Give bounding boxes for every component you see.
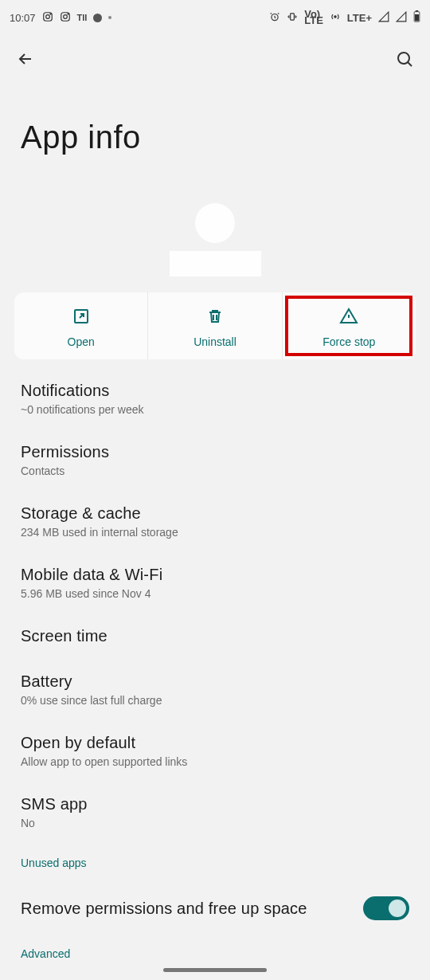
row-subtitle: 234 MB used in internal storage (21, 526, 409, 539)
app-bar (0, 35, 430, 80)
row-remove-permissions[interactable]: Remove permissions and free up space (21, 896, 409, 920)
row-subtitle: Contacts (21, 465, 409, 477)
row-battery[interactable]: Battery 0% use since last full charge (21, 672, 409, 707)
row-title: Notifications (21, 382, 409, 400)
row-title: SMS app (21, 795, 409, 813)
row-title: Mobile data & Wi-Fi (21, 566, 409, 584)
trash-icon (205, 307, 225, 329)
row-notifications[interactable]: Notifications ~0 notifications per week (21, 382, 409, 416)
page-header: App info (0, 80, 430, 203)
notification-more-icon (108, 16, 111, 19)
row-title: Open by default (21, 734, 409, 752)
toggle-switch[interactable] (363, 896, 409, 920)
row-title: Storage & cache (21, 504, 409, 523)
page-title: App info (21, 120, 409, 155)
row-subtitle: Allow app to open supported links (21, 755, 409, 768)
app-identity (0, 203, 430, 276)
section-unused-apps: Unused apps (21, 857, 409, 869)
row-permissions[interactable]: Permissions Contacts (21, 443, 409, 477)
row-title: Permissions (21, 443, 409, 461)
hotspot-icon (330, 11, 341, 25)
volte-indicator: Vo) LTE (304, 11, 323, 24)
vibrate-icon (287, 11, 298, 25)
svg-point-4 (63, 14, 67, 18)
app-icon (195, 203, 235, 243)
force-stop-button[interactable]: Force stop (282, 292, 416, 359)
status-left: 10:07 TII (10, 11, 111, 25)
signal-icon (378, 11, 389, 25)
row-open-by-default[interactable]: Open by default Allow app to open suppor… (21, 734, 409, 768)
lte-indicator: LTE+ (347, 12, 372, 24)
status-bar: 10:07 TII Vo) LTE LTE+ (0, 0, 430, 35)
search-icon (395, 49, 414, 69)
svg-point-12 (398, 53, 409, 64)
instagram-icon (42, 11, 53, 25)
back-button[interactable] (16, 49, 35, 72)
app-name-placeholder (170, 251, 261, 276)
settings-list: Notifications ~0 notifications per week … (0, 359, 430, 944)
row-storage[interactable]: Storage & cache 234 MB used in internal … (21, 504, 409, 539)
alarm-icon (269, 11, 280, 25)
uninstall-button[interactable]: Uninstall (147, 292, 281, 359)
svg-rect-10 (416, 10, 418, 12)
row-mobile-data[interactable]: Mobile data & Wi-Fi 5.96 MB used since N… (21, 566, 409, 600)
search-button[interactable] (395, 49, 414, 72)
open-button[interactable]: Open (14, 292, 147, 359)
open-label: Open (68, 335, 95, 348)
svg-rect-11 (415, 14, 419, 21)
battery-icon (413, 10, 420, 25)
svg-point-8 (334, 15, 336, 17)
app-abbrev: TII (77, 13, 88, 22)
row-subtitle: No (21, 817, 409, 829)
section-advanced: Advanced (21, 947, 409, 960)
row-screen-time[interactable]: Screen time (21, 627, 409, 645)
row-subtitle: 5.96 MB used since Nov 4 (21, 587, 409, 600)
status-time: 10:07 (10, 12, 36, 24)
row-subtitle: ~0 notifications per week (21, 403, 409, 416)
notification-dot-icon (93, 14, 102, 22)
toggle-thumb (389, 900, 406, 917)
row-sms-app[interactable]: SMS app No (21, 795, 409, 829)
signal-icon (396, 11, 407, 25)
uninstall-label: Uninstall (194, 335, 236, 348)
svg-rect-7 (291, 13, 295, 19)
force-stop-label: Force stop (322, 335, 375, 348)
arrow-left-icon (16, 49, 35, 69)
row-title: Battery (21, 672, 409, 691)
svg-point-5 (67, 13, 68, 14)
warning-icon (339, 307, 358, 329)
row-subtitle: 0% use since last full charge (21, 694, 409, 707)
status-right: Vo) LTE LTE+ (269, 10, 420, 25)
home-indicator[interactable] (163, 968, 267, 972)
svg-point-1 (45, 14, 49, 18)
row-title: Remove permissions and free up space (21, 900, 307, 918)
row-title: Screen time (21, 627, 409, 645)
svg-point-2 (49, 13, 50, 14)
open-icon (72, 307, 91, 329)
action-row: Open Uninstall Force stop (14, 292, 416, 359)
instagram-icon (60, 11, 71, 25)
